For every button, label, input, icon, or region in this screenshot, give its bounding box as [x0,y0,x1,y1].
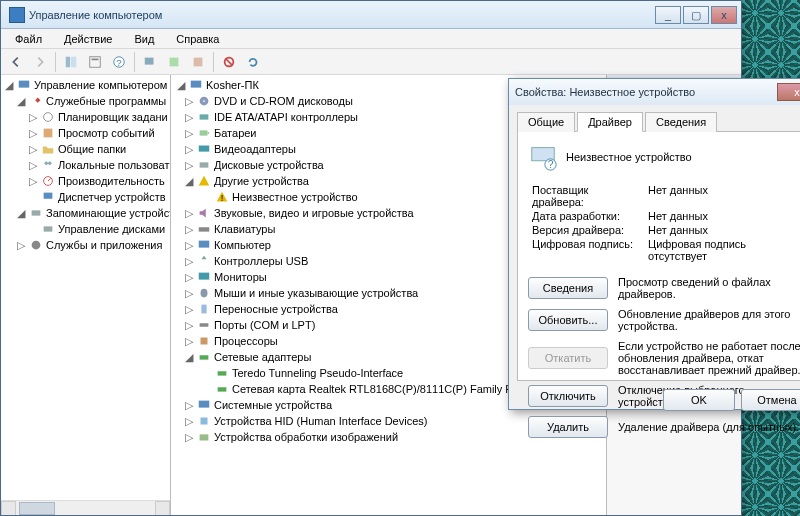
expander-icon[interactable]: ▷ [183,239,195,251]
expander-icon[interactable]: ▷ [183,255,195,267]
expander-icon[interactable]: ▷ [27,159,39,171]
driver-update-button[interactable]: Обновить... [528,309,608,331]
svg-rect-11 [19,81,30,88]
expander-icon[interactable]: ▷ [183,111,195,123]
expander-icon[interactable]: ◢ [183,351,195,363]
nav-services[interactable]: ▷Службы и приложения [3,237,170,253]
back-button[interactable] [5,51,27,73]
scroll-thumb[interactable] [19,502,55,515]
expander-icon[interactable]: ◢ [175,79,187,91]
folder-icon [40,141,56,157]
uninstall-icon[interactable] [187,51,209,73]
nav-performance[interactable]: ▷Производительность [3,173,170,189]
nav-system-tools[interactable]: ◢Служебные программы [3,93,170,109]
driver-delete-button[interactable]: Удалить [528,416,608,438]
nav-device-manager[interactable]: ▷Диспетчер устройств [3,189,170,205]
properties-button[interactable] [84,51,106,73]
close-button[interactable]: x [711,6,737,24]
svg-text:?: ? [548,159,554,170]
expander-icon[interactable]: ▷ [183,303,195,315]
driver-delete-desc: Удаление драйвера (для опытных). [618,421,800,433]
navigation-pane[interactable]: ◢Управление компьютером (л ◢Служебные пр… [1,75,171,515]
expander-icon[interactable]: ▷ [183,159,195,171]
forward-button[interactable] [29,51,51,73]
expander-icon[interactable]: ▷ [15,239,27,251]
svg-line-17 [48,178,51,181]
expander-icon[interactable]: ◢ [3,79,15,91]
svg-rect-38 [200,355,209,359]
scroll-right-icon[interactable] [155,501,170,515]
expander-icon[interactable]: ▷ [183,143,195,155]
controller-icon [196,109,212,125]
expander-icon[interactable]: ▷ [27,143,39,155]
nav-disk-management[interactable]: ▷Управление дисками [3,221,170,237]
tabstrip: Общие Драйвер Сведения [509,105,800,131]
minimize-button[interactable]: _ [655,6,681,24]
storage-icon [28,205,44,221]
expander-icon[interactable]: ▷ [183,95,195,107]
dialog-close-button[interactable]: x [777,83,800,101]
expander-icon[interactable]: ◢ [183,175,195,187]
ok-button[interactable]: OK [663,389,735,411]
properties-dialog: Свойства: Неизвестное устройство x Общие… [508,78,800,410]
expander-icon[interactable]: ▷ [183,271,195,283]
expander-icon[interactable]: ▷ [27,127,39,139]
nav-shared-folders[interactable]: ▷Общие папки [3,141,170,157]
unknown-category-icon [196,173,212,189]
expander-icon[interactable]: ◢ [15,95,27,107]
maximize-button[interactable]: ▢ [683,6,709,24]
update-driver-icon[interactable] [163,51,185,73]
network-adapter-icon [214,365,230,381]
svg-rect-25 [200,114,209,119]
driver-disable-button[interactable]: Отключить [528,385,608,407]
cpu-icon [196,333,212,349]
separator [213,52,214,72]
driver-rollback-button: Откатить [528,347,608,369]
help-button[interactable]: ? [108,51,130,73]
tab-details[interactable]: Сведения [645,112,717,132]
expander-icon[interactable]: ▷ [27,111,39,123]
tab-general[interactable]: Общие [517,112,575,132]
menu-file[interactable]: Файл [7,31,50,47]
expander-icon[interactable]: ▷ [183,207,195,219]
driver-details-button[interactable]: Сведения [528,277,608,299]
show-hide-tree-button[interactable] [60,51,82,73]
cancel-button[interactable]: Отмена [741,389,800,411]
expander-icon[interactable]: ◢ [15,207,27,219]
expander-icon[interactable]: ▷ [183,127,195,139]
expander-icon[interactable]: ▷ [183,335,195,347]
expander-icon[interactable]: ▷ [183,399,195,411]
version-label: Версия драйвера: [532,224,642,236]
version-value: Нет данных [648,224,800,236]
dialog-titlebar[interactable]: Свойства: Неизвестное устройство x [509,79,800,105]
expander-icon[interactable]: ▷ [183,287,195,299]
unknown-device-icon: ! [214,189,230,205]
horizontal-scrollbar[interactable] [1,500,170,515]
usb-icon [196,253,212,269]
portable-device-icon [196,301,212,317]
nav-storage[interactable]: ◢Запоминающие устройств [3,205,170,221]
menu-action[interactable]: Действие [56,31,120,47]
nav-local-users[interactable]: ▷Локальные пользоват [3,157,170,173]
expander-icon[interactable]: ▷ [183,431,195,443]
nav-task-scheduler[interactable]: ▷Планировщик задани [3,109,170,125]
expander-icon[interactable]: ▷ [183,319,195,331]
titlebar[interactable]: Управление компьютером _ ▢ x [1,1,741,29]
tab-driver[interactable]: Драйвер [577,112,643,132]
disable-icon[interactable] [218,51,240,73]
nav-root[interactable]: ◢Управление компьютером (л [3,77,170,93]
scroll-left-icon[interactable] [1,501,16,515]
nav-event-viewer[interactable]: ▷Просмотр событий [3,125,170,141]
svg-rect-39 [218,371,227,375]
wrench-icon [28,93,44,109]
scan-icon[interactable] [139,51,161,73]
menu-view[interactable]: Вид [126,31,162,47]
expander-icon[interactable]: ▷ [27,175,39,187]
svg-line-10 [226,58,233,65]
expander-icon[interactable]: ▷ [183,415,195,427]
rescan-icon[interactable] [242,51,264,73]
menu-help[interactable]: Справка [168,31,227,47]
svg-rect-28 [199,146,210,152]
dialog-title: Свойства: Неизвестное устройство [515,86,695,98]
expander-icon[interactable]: ▷ [183,223,195,235]
